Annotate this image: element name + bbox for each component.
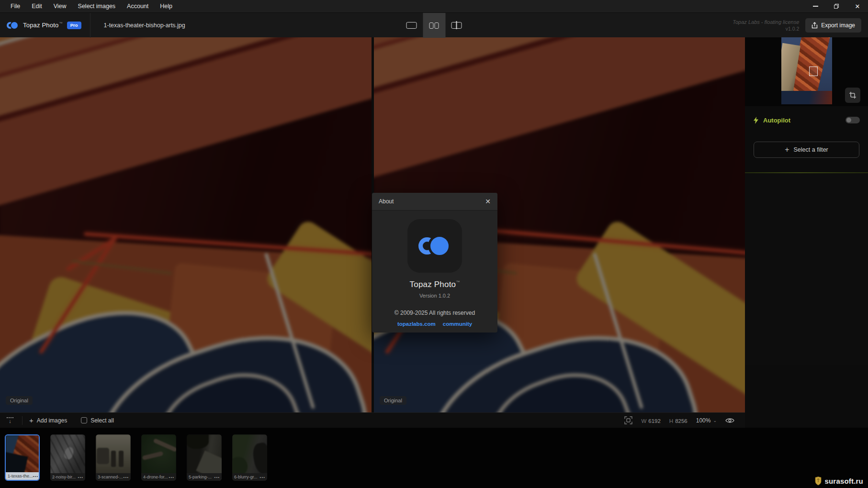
- collapse-arrow-icon: ↓: [9, 419, 11, 423]
- collapse-filmstrip-button[interactable]: ↓: [5, 417, 15, 423]
- menu-edit[interactable]: Edit: [26, 0, 48, 12]
- lightning-bolt-icon: [753, 117, 759, 124]
- eye-preview-icon[interactable]: [725, 417, 734, 424]
- about-copyright: © 2009-2025 All rights reserved: [395, 310, 475, 316]
- filmstrip-thumb-2[interactable]: 2-noisy-bir...•••: [50, 434, 85, 481]
- navigator-viewport-box[interactable]: [809, 67, 818, 76]
- watermark: surasoft.ru: [814, 477, 863, 486]
- menu-view[interactable]: View: [48, 0, 72, 12]
- export-image-button[interactable]: Export image: [805, 18, 861, 33]
- thumbnail-row: 1-texas-the...••• 2-noisy-bir...••• 3-sc…: [5, 434, 267, 481]
- autopilot-toggle[interactable]: [845, 117, 860, 123]
- window-controls: ✕: [805, 0, 868, 12]
- thumb-name: 1-texas-the...: [8, 474, 33, 478]
- minimize-icon: [813, 6, 818, 7]
- single-view-icon: [406, 22, 417, 29]
- filmstrip-thumb-4[interactable]: 4-drone-for...•••: [141, 434, 176, 481]
- app-window: File Edit View Select images Account Hel…: [0, 0, 868, 488]
- navigator-thumbnail[interactable]: [781, 37, 832, 104]
- community-link[interactable]: community: [443, 321, 472, 327]
- plus-icon: +: [785, 145, 789, 154]
- autopilot-row: Autopilot: [745, 111, 868, 129]
- filmstrip-thumb-5[interactable]: 5-parking-...•••: [187, 434, 222, 481]
- restore-button[interactable]: [826, 0, 847, 12]
- thumb-menu-button[interactable]: •••: [33, 474, 38, 478]
- filmstrip-thumb-3[interactable]: 3-scanned-...•••: [96, 434, 131, 481]
- app-icon-tile: [407, 219, 462, 273]
- restore-icon: [834, 4, 839, 9]
- viewer-panel-left[interactable]: Original: [0, 37, 372, 412]
- watermark-text: surasoft.ru: [824, 477, 863, 485]
- toolbar-divider: [90, 13, 90, 38]
- select-all-control[interactable]: Select all: [81, 417, 114, 424]
- bottom-bar-divider: [22, 416, 23, 425]
- filmstrip: 1-texas-the...••• 2-noisy-bir...••• 3-sc…: [0, 428, 868, 488]
- about-links: topazlabs.com community: [397, 321, 472, 327]
- original-badge-left: Original: [6, 396, 33, 405]
- split-view-button[interactable]: [423, 13, 445, 38]
- image-height: H8256: [669, 416, 688, 425]
- slider-view-icon: [451, 22, 462, 29]
- select-filter-button[interactable]: + Select a filter: [754, 142, 859, 158]
- add-images-label: Add images: [37, 417, 67, 424]
- toggle-knob: [846, 118, 851, 122]
- bottom-bar-divider: [74, 416, 74, 425]
- navigator-area: [745, 37, 868, 106]
- thumb-name: 3-scanned-...: [98, 475, 123, 479]
- image-width: W6192: [641, 416, 660, 425]
- pro-badge: Pro: [67, 22, 81, 29]
- close-button[interactable]: ✕: [847, 0, 868, 12]
- about-dialog-header[interactable]: About ✕: [372, 193, 497, 211]
- menu-select-images[interactable]: Select images: [72, 0, 122, 12]
- thumb-menu-button[interactable]: •••: [214, 475, 220, 479]
- about-app-name: Topaz Photo™: [410, 280, 460, 289]
- crop-button[interactable]: [845, 88, 860, 103]
- menu-bar: File Edit View Select images Account Hel…: [0, 0, 868, 12]
- app-brand: Topaz Photo™ Pro: [0, 13, 81, 37]
- filmstrip-thumb-1[interactable]: 1-texas-the...•••: [5, 434, 40, 481]
- select-filter-label: Select a filter: [794, 146, 828, 153]
- thumb-menu-button[interactable]: •••: [124, 475, 129, 479]
- thumb-menu-button[interactable]: •••: [169, 475, 174, 479]
- open-filename: 1-texas-theater-bishop-arts.jpg: [104, 22, 185, 29]
- about-dialog-body: Topaz Photo™ Version 1.0.2 © 2009-2025 A…: [372, 211, 497, 327]
- chevron-down-icon: ⌄: [713, 418, 717, 423]
- slider-view-button[interactable]: [445, 13, 468, 38]
- original-badge-right: Original: [380, 396, 406, 405]
- about-version: Version 1.0.2: [419, 293, 450, 299]
- toolbar-right: Topaz Labs - floating license v1.0.2 Exp…: [733, 13, 861, 38]
- license-version: v1.0.2: [733, 26, 799, 32]
- select-all-checkbox[interactable]: [81, 417, 87, 423]
- menu-help[interactable]: Help: [154, 0, 178, 12]
- thumb-menu-button[interactable]: •••: [78, 475, 83, 479]
- autopilot-label: Autopilot: [763, 117, 790, 124]
- zoom-value: 100%: [696, 417, 711, 424]
- split-view-icon: [429, 22, 439, 29]
- add-images-button[interactable]: + Add images: [29, 416, 67, 424]
- crop-icon: [849, 91, 857, 99]
- dialog-close-button[interactable]: ✕: [485, 198, 491, 205]
- close-icon: ✕: [855, 3, 860, 10]
- zoom-level-dropdown[interactable]: 100% ⌄: [696, 417, 717, 424]
- thumb-name: 4-drone-for...: [143, 475, 168, 479]
- toolbar: Topaz Photo™ Pro 1-texas-theater-bishop-…: [0, 12, 868, 37]
- app-logo-icon: [7, 21, 19, 30]
- menu-account[interactable]: Account: [121, 0, 154, 12]
- single-view-button[interactable]: [400, 13, 423, 38]
- filmstrip-thumb-6[interactable]: 6-blurry-gr...•••: [232, 434, 267, 481]
- right-sidebar: Autopilot + Select a filter: [745, 37, 868, 428]
- topazlabs-link[interactable]: topazlabs.com: [397, 321, 436, 327]
- thumb-menu-button[interactable]: •••: [260, 475, 265, 479]
- license-name: Topaz Labs - floating license: [733, 19, 799, 25]
- modal-dim-overlay: [0, 37, 372, 412]
- menu-file[interactable]: File: [5, 0, 26, 12]
- thumb-name: 5-parking-...: [189, 475, 212, 479]
- bottom-bar: ↓ + Add images Select all W6192 H8256 10…: [0, 412, 745, 428]
- crest-icon: [814, 477, 822, 486]
- export-icon: [812, 22, 818, 29]
- thumb-name: 2-noisy-bir...: [52, 475, 76, 479]
- export-label: Export image: [821, 22, 855, 29]
- thumb-name: 6-blurry-gr...: [234, 475, 258, 479]
- fit-to-screen-icon[interactable]: [624, 416, 632, 424]
- minimize-button[interactable]: [805, 0, 826, 12]
